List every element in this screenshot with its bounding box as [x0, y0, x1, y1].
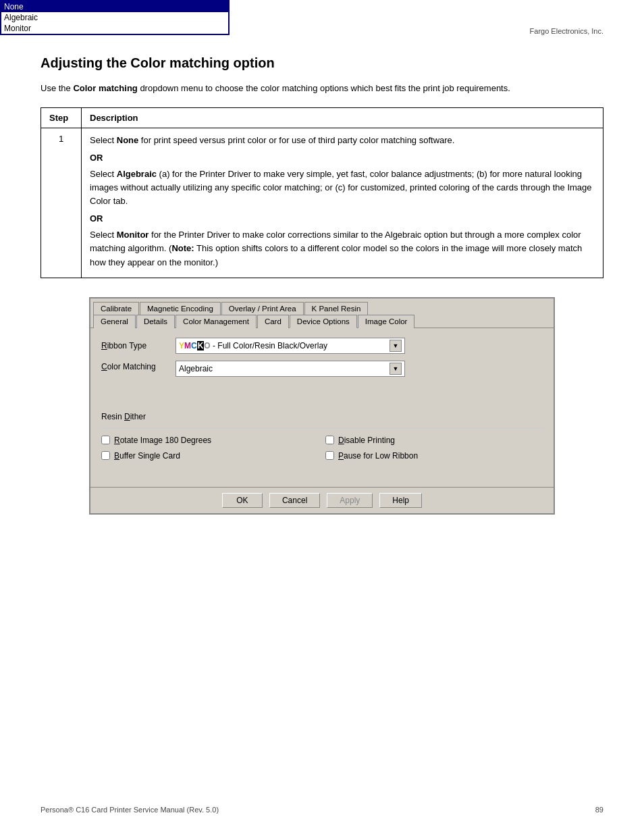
- dialog-box: Calibrate Magnetic Encoding Overlay / Pr…: [89, 297, 555, 515]
- ribbon-type-control: YMCKO - Full Color/Resin Black/Overlay ▼: [176, 338, 543, 354]
- ribbon-type-value: YMCKO - Full Color/Resin Black/Overlay: [179, 341, 390, 350]
- tab-card[interactable]: Card: [257, 315, 289, 328]
- tab-image-color[interactable]: Image Color: [358, 315, 415, 328]
- tab-color-management[interactable]: Color Management: [176, 315, 257, 328]
- ribbon-type-select[interactable]: YMCKO - Full Color/Resin Black/Overlay ▼: [176, 338, 405, 354]
- checkbox-disable-printing[interactable]: [325, 436, 334, 444]
- ribbon-type-arrow[interactable]: ▼: [390, 340, 402, 352]
- checkbox-buffer-card[interactable]: [101, 451, 110, 460]
- checkbox-pause-ribbon[interactable]: [325, 451, 334, 460]
- tab-k-panel-resin[interactable]: K Panel Resin: [304, 302, 369, 315]
- color-matching-label: Color Matching: [101, 361, 176, 371]
- footer-right: 89: [595, 806, 603, 814]
- footer-left: Persona® C16 Card Printer Service Manual…: [41, 806, 219, 814]
- color-matching-select[interactable]: Algebraic ▼: [176, 361, 405, 377]
- checkbox-rotate-label: Rotate Image 180 Degrees: [114, 436, 211, 445]
- checkbox-disable-printing-row: Disable Printing: [325, 436, 543, 445]
- footer: Persona® C16 Card Printer Service Manual…: [41, 806, 603, 814]
- checkbox-buffer-card-label: Buffer Single Card: [114, 451, 180, 461]
- checkbox-pause-ribbon-row: Pause for Low Ribbon: [325, 451, 543, 461]
- help-button[interactable]: Help: [379, 493, 422, 508]
- color-matching-value: Algebraic: [179, 364, 390, 373]
- header-right: Fargo Electronics, Inc.: [530, 27, 603, 35]
- checkbox-rotate[interactable]: [101, 436, 110, 444]
- step-description: Select None for print speed versus print…: [82, 128, 603, 278]
- col-description: Description: [82, 107, 603, 128]
- steps-table: Step Description 1 Select None for print…: [41, 107, 603, 278]
- checkbox-disable-printing-label: Disable Printing: [338, 436, 395, 445]
- dialog-tabs-bottom: General Details Color Management Card De…: [90, 314, 554, 328]
- intro-paragraph: Use the Color matching dropdown menu to …: [41, 82, 603, 95]
- tab-details[interactable]: Details: [136, 315, 175, 328]
- ribbon-type-row: Ribbon Type YMCKO - Full Color/Resin Bla…: [101, 338, 543, 354]
- dialog-content: Ribbon Type YMCKO - Full Color/Resin Bla…: [90, 328, 554, 487]
- color-matching-row: Color Matching Algebraic ▼ None Algebrai…: [101, 361, 543, 377]
- checkbox-rotate-row: Rotate Image 180 Degrees: [101, 436, 319, 445]
- tab-device-options[interactable]: Device Options: [290, 315, 357, 328]
- checkbox-buffer-card-row: Buffer Single Card: [101, 451, 319, 461]
- tab-general[interactable]: General: [93, 315, 136, 328]
- step-number: 1: [41, 128, 82, 278]
- checkboxes-grid: Rotate Image 180 Degrees Disable Printin…: [101, 436, 543, 464]
- cancel-button[interactable]: Cancel: [269, 493, 320, 508]
- ribbon-type-label: Ribbon Type: [101, 341, 176, 350]
- resin-dither-row: Resin Dither: [101, 412, 543, 421]
- resin-dither-label: Resin Dither: [101, 412, 176, 421]
- checkbox-pause-ribbon-label: Pause for Low Ribbon: [338, 451, 418, 461]
- table-row: 1 Select None for print speed versus pri…: [41, 128, 603, 278]
- apply-button[interactable]: Apply: [327, 493, 373, 508]
- dialog-tabs-top: Calibrate Magnetic Encoding Overlay / Pr…: [90, 298, 554, 315]
- ok-button[interactable]: OK: [222, 493, 263, 508]
- dialog-buttons: OK Cancel Apply Help: [90, 487, 554, 513]
- col-step: Step: [41, 107, 82, 128]
- dropdown-item-algebraic[interactable]: Algebraic: [1, 12, 228, 23]
- tab-calibrate[interactable]: Calibrate: [93, 302, 139, 315]
- dropdown-item-none[interactable]: None: [1, 1, 228, 12]
- color-matching-dropdown[interactable]: None Algebraic Monitor: [0, 0, 230, 35]
- tab-magnetic-encoding[interactable]: Magnetic Encoding: [140, 302, 221, 315]
- color-matching-control: Algebraic ▼ None Algebraic Monitor: [176, 361, 543, 377]
- dropdown-item-monitor[interactable]: Monitor: [1, 23, 228, 34]
- tab-overlay-print-area[interactable]: Overlay / Print Area: [221, 302, 304, 315]
- page-title: Adjusting the Color matching option: [41, 55, 603, 71]
- color-matching-arrow[interactable]: ▼: [390, 363, 402, 375]
